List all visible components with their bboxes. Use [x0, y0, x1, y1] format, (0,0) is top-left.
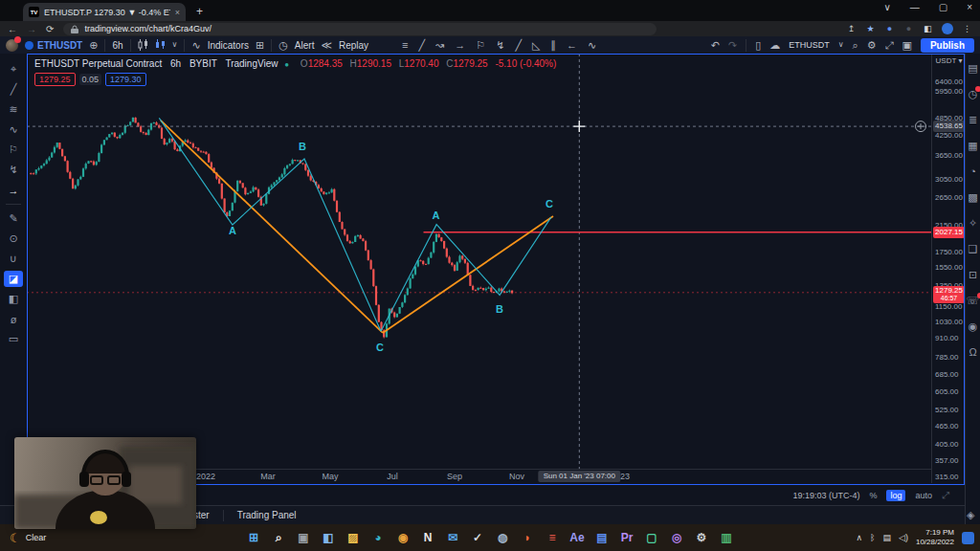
- striped-app-icon[interactable]: ≡: [543, 528, 562, 547]
- ray-tool[interactable]: ╱: [515, 40, 522, 51]
- tab-trading-panel[interactable]: Trading Panel: [237, 510, 297, 520]
- tab-close-icon[interactable]: ×: [175, 8, 180, 17]
- ideas-icon[interactable]: ✧: [969, 218, 977, 229]
- file-explorer-icon[interactable]: ▨: [344, 528, 363, 547]
- forecast-arrow-tool[interactable]: →: [4, 182, 23, 198]
- percent-scale-button[interactable]: %: [869, 491, 877, 500]
- watchlist-icon[interactable]: ▤: [968, 63, 977, 74]
- replay-button[interactable]: Replay: [339, 40, 368, 51]
- reload-icon[interactable]: ⟳: [46, 24, 54, 34]
- arrow-marker-tool[interactable]: →: [455, 40, 465, 51]
- brush-tool[interactable]: ∿: [4, 121, 23, 138]
- screenshot-camera-icon[interactable]: ▣: [902, 40, 911, 51]
- streams-icon[interactable]: ◉: [969, 321, 978, 332]
- ask-price[interactable]: 1279.30: [105, 73, 146, 86]
- alert-button[interactable]: Alert: [295, 40, 315, 51]
- bookmark-star-icon[interactable]: ★: [865, 24, 876, 34]
- brave-icon[interactable]: ◗: [518, 528, 537, 547]
- excel-icon[interactable]: ▥: [717, 528, 736, 547]
- trendline-tool[interactable]: ╱: [418, 40, 425, 51]
- redo-icon[interactable]: ↷: [728, 40, 737, 51]
- new-tab-button[interactable]: +: [196, 5, 203, 18]
- magnet-tool[interactable]: ∪: [4, 251, 23, 267]
- chart-type-icon[interactable]: [138, 39, 148, 51]
- remove-drawings[interactable]: ▭: [4, 331, 23, 347]
- browser-menu-icon[interactable]: ⋮: [962, 24, 972, 34]
- fib-retracement-tool[interactable]: ≋: [4, 101, 23, 118]
- zoom-tool[interactable]: ⊙: [4, 231, 23, 247]
- calendar-icon[interactable]: ▦: [968, 141, 977, 151]
- support-icon[interactable]: ☏: [967, 296, 980, 306]
- auto-scale-button[interactable]: auto: [915, 491, 932, 500]
- profile-avatar[interactable]: [942, 23, 953, 34]
- lock-drawings[interactable]: ◧: [4, 291, 23, 307]
- browser-tab[interactable]: TV ETHUSDT.P 1279.30 ▼ -0.4% ET ×: [23, 3, 186, 21]
- object-tree-icon[interactable]: ◈: [967, 509, 974, 521]
- chevron-down-icon[interactable]: ∨: [838, 41, 844, 49]
- arrow-left-tool[interactable]: ←: [567, 40, 577, 51]
- currency-selector[interactable]: USDT ▾: [932, 56, 966, 65]
- window-minimize-icon[interactable]: —: [910, 2, 920, 12]
- globe-app-icon[interactable]: ◍: [493, 528, 512, 547]
- search-icon[interactable]: ⌕: [269, 528, 288, 547]
- share-icon[interactable]: ↥: [846, 24, 857, 34]
- extension-dark-icon[interactable]: ●: [903, 24, 914, 34]
- tray-volume-icon[interactable]: ◁): [899, 533, 908, 542]
- annotation-tool[interactable]: ⚐: [4, 142, 23, 158]
- indicators-templates-icon[interactable]: ⊞: [256, 40, 264, 51]
- user-avatar[interactable]: [6, 39, 18, 52]
- saved-layout-name[interactable]: ETHUSDT: [789, 40, 830, 50]
- window-close-icon[interactable]: ×: [967, 2, 972, 12]
- widgets-icon[interactable]: ◧: [319, 528, 338, 547]
- premiere-icon[interactable]: Pr: [617, 528, 636, 547]
- extension-blue-icon[interactable]: ●: [884, 24, 895, 34]
- symbol-button[interactable]: ETHUSDT: [25, 40, 82, 51]
- tray-clock[interactable]: 7:19 PM 10/28/2022: [916, 528, 954, 547]
- screener-icon[interactable]: ▩: [968, 192, 977, 203]
- crosshair-tool[interactable]: ⌖: [4, 61, 23, 77]
- session-clock[interactable]: 19:19:03 (UTC-4): [792, 491, 859, 500]
- orange-trend-lines[interactable]: [161, 121, 553, 333]
- address-bar[interactable]: tradingview.com/chart/kCra4Guv/: [63, 23, 657, 35]
- log-scale-button[interactable]: log: [886, 490, 905, 501]
- chart-canvas[interactable]: ABCABC: [27, 54, 931, 469]
- forward-icon[interactable]: →: [27, 24, 36, 34]
- green-app-icon[interactable]: ▢: [642, 528, 661, 547]
- indicators-button[interactable]: Indicators: [208, 40, 249, 51]
- camera-app-icon[interactable]: ◎: [667, 528, 686, 547]
- abc-zigzag-lines[interactable]: [159, 118, 551, 331]
- candle-style-icon[interactable]: [155, 39, 166, 51]
- tray-notification-badge[interactable]: [962, 532, 974, 544]
- news-icon[interactable]: ≣: [969, 115, 977, 125]
- edge-icon[interactable]: ◕: [368, 528, 388, 547]
- tray-display-icon[interactable]: ▤: [883, 533, 892, 542]
- check-app-icon[interactable]: ✓: [468, 528, 487, 547]
- split-screen-icon[interactable]: ◧: [923, 24, 933, 34]
- data-window-icon[interactable]: ◔: [969, 166, 976, 177]
- fullscreen-icon[interactable]: ⤢: [885, 40, 894, 51]
- maximize-pane-icon[interactable]: ⤢: [942, 490, 949, 501]
- document-app-icon[interactable]: ▤: [592, 528, 612, 547]
- settings-gear-icon[interactable]: ⚙: [692, 528, 711, 547]
- parallel-lines-tool[interactable]: ≡: [402, 40, 408, 51]
- hide-drawings[interactable]: ø: [4, 311, 23, 327]
- curve-tool[interactable]: ∿: [588, 40, 596, 51]
- pattern-tool[interactable]: ↯: [496, 40, 504, 51]
- interval-button[interactable]: 6h: [112, 40, 122, 51]
- parallel-channel-tool[interactable]: ∥: [551, 40, 557, 51]
- chat-icon[interactable]: ❑: [969, 244, 978, 254]
- window-restore-icon[interactable]: ▢: [939, 2, 947, 12]
- chrome-icon[interactable]: ◉: [393, 528, 412, 547]
- measure-tool[interactable]: ✎: [4, 210, 23, 227]
- publish-button[interactable]: Publish: [921, 38, 974, 53]
- chart-pane[interactable]: ETHUSDT Perpetual Contract 6h BYBIT Trad…: [27, 54, 931, 469]
- legend-symbol[interactable]: ETHUSDT Perpetual Contract: [34, 58, 162, 69]
- mail-icon[interactable]: ✉: [443, 528, 462, 547]
- layout-select-icon[interactable]: ▯: [755, 40, 761, 51]
- after-effects-icon[interactable]: Ae: [568, 528, 587, 547]
- trendline-tool[interactable]: ╱: [4, 81, 23, 98]
- back-icon[interactable]: ←: [8, 24, 17, 34]
- pattern-tool[interactable]: ↯: [4, 162, 23, 178]
- stay-drawing-mode[interactable]: ◪: [4, 271, 23, 287]
- tray-chevron-icon[interactable]: ∧: [857, 533, 863, 542]
